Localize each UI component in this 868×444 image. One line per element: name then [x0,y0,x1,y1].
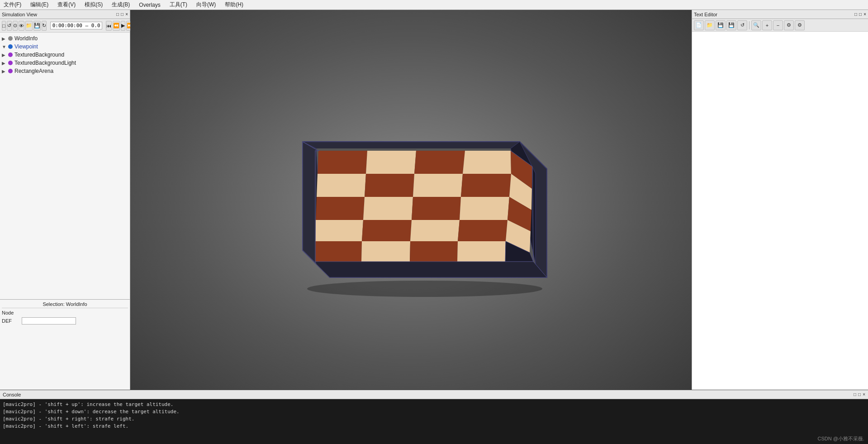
menu-simulate[interactable]: 模拟(S) [83,0,104,10]
menu-tools[interactable]: 工具(T) [168,0,189,10]
te-reload-btn[interactable]: ↺ [737,20,747,30]
toolbar: □ ↺ ⊙ 👁 📁 💾 ↻ ⏮ ⏪ ▶ ⏩ ⏭ ☰ ● 📷 ◀ [0,19,130,33]
menu-build[interactable]: 生成(B) [110,0,132,10]
tree-arrow-texturedbg: ▶ [2,53,8,57]
svg-marker-22 [410,220,460,241]
tree-dot-texturedbglight [8,61,13,65]
console-line-4: [mavic2pro] - 'shift + left': strafe lef… [3,423,865,430]
console-title: Console [3,392,854,397]
console-close-btn[interactable]: × [863,392,865,397]
chessboard-container [257,115,565,305]
svg-marker-21 [362,220,412,241]
console-header: Console □ □ × [0,390,868,399]
svg-marker-27 [410,241,458,262]
svg-marker-7 [414,151,465,174]
svg-marker-23 [458,220,508,241]
svg-marker-6 [366,151,416,174]
te-close-btn[interactable]: × [863,12,866,17]
tree-item-texturedbglight[interactable]: ▶ TexturedBackgroundLight [2,59,128,67]
menu-file[interactable]: 文件(F) [2,0,23,10]
main-container: Simulation View □ □ × □ ↺ ⊙ 👁 📁 💾 ↻ [0,10,868,444]
text-editor-controls: □ □ × [854,12,866,17]
tree-label-rectarena: RectangleArena [14,68,53,74]
text-editor-body[interactable] [692,32,868,390]
te-save-btn[interactable]: 💾 [716,20,726,30]
te-open-btn[interactable]: 📁 [705,20,715,30]
menu-wizard[interactable]: 向导(W) [194,0,218,10]
toolbar-stepback-btn[interactable]: ⏪ [113,21,120,31]
svg-marker-5 [318,151,367,174]
menu-edit[interactable]: 编辑(E) [28,0,50,10]
tree-arrow-rectarena: ▶ [2,69,8,74]
tree-item-viewpoint[interactable]: ▼ Viewpoint [2,43,128,51]
sim-view-controls: □ □ × [116,12,128,17]
text-editor-header: Text Editor □ □ × [692,10,868,19]
tree-label-texturedbg: TexturedBackground [14,52,64,58]
console-controls: □ □ × [854,392,865,397]
te-extra-btn[interactable]: ⚙ [795,20,805,30]
scene-tree: ▶ WorldInfo ▼ Viewpoint ▶ TexturedBackgr… [0,33,130,299]
svg-marker-10 [317,174,366,197]
toolbar-eye-btn[interactable]: ⊙ [13,21,18,31]
tree-item-worldinfo[interactable]: ▶ WorldInfo [2,34,128,43]
text-editor-toolbar: 📄 📁 💾 💾 ↺ 🔍 + − ⚙ ⚙ [692,19,868,32]
tree-label-viewpoint: Viewpoint [14,43,38,50]
toolbar-refresh-btn[interactable]: ↻ [42,21,47,31]
time-display[interactable] [50,22,102,29]
console-body: [mavic2pro] - 'shift + up': increase the… [0,399,868,444]
te-settings-btn[interactable]: ⚙ [784,20,794,30]
tree-item-texturedbg[interactable]: ▶ TexturedBackground [2,51,128,59]
menu-bar: 文件(F) 编辑(E) 查看(V) 模拟(S) 生成(B) Overlays 工… [0,0,868,10]
top-section: Simulation View □ □ × □ ↺ ⊙ 👁 📁 💾 ↻ [0,10,868,390]
te-maximize-btn[interactable]: □ [859,12,862,17]
left-panel: Simulation View □ □ × □ ↺ ⊙ 👁 📁 💾 ↻ [0,10,130,390]
console-line-3: [mavic2pro] - 'shift + right': strafe ri… [3,415,865,423]
te-new-btn[interactable]: 📄 [694,20,704,30]
te-find-btn[interactable]: 🔍 [751,20,761,30]
svg-marker-28 [457,241,506,262]
svg-marker-26 [361,241,410,262]
console-line-2: [mavic2pro] - 'shift + down': decrease t… [3,408,865,415]
toolbar-open-btn[interactable]: 📁 [25,21,33,31]
svg-marker-11 [365,174,414,197]
console-maximize-btn[interactable]: □ [858,392,861,397]
menu-overlays[interactable]: Overlays [137,1,162,9]
svg-marker-16 [363,197,413,220]
node-row: Node [2,310,128,315]
te-sep-1 [749,21,749,29]
svg-marker-25 [315,241,362,262]
te-saveas-btn[interactable]: 💾 [726,20,736,30]
menu-view[interactable]: 查看(V) [56,0,77,10]
toolbar-play-btn[interactable]: ▶ [121,21,125,31]
chess-scene-svg [257,115,565,305]
def-input[interactable] [22,317,76,325]
sim-view-header: Simulation View □ □ × [0,10,130,19]
sim-minimize-btn[interactable]: □ [116,12,119,17]
menu-help[interactable]: 帮助(H) [223,0,245,10]
tree-arrow-texturedbglight: ▶ [2,61,8,66]
svg-marker-18 [460,197,509,220]
svg-marker-13 [461,174,511,197]
svg-marker-20 [315,220,363,241]
toolbar-save-btn[interactable]: 💾 [33,21,41,31]
te-minimize-btn[interactable]: □ [854,12,857,17]
node-label: Node [2,310,20,315]
toolbar-view-btn[interactable]: 👁 [19,21,24,31]
toolbar-reset-btn[interactable]: □ [2,21,6,31]
text-editor-title: Text Editor [694,12,854,17]
toolbar-undo-btn[interactable]: ↺ [7,21,12,31]
te-zoomin-btn[interactable]: + [762,20,772,30]
tree-dot-rectarena [8,69,13,73]
sim-close-btn[interactable]: × [125,12,128,17]
svg-marker-8 [463,151,511,174]
toolbar-rewind-btn[interactable]: ⏮ [106,21,112,31]
te-zoomout-btn[interactable]: − [773,20,783,30]
console-minimize-btn[interactable]: □ [854,392,856,397]
tree-item-rectarena[interactable]: ▶ RectangleArena [2,67,128,75]
sim-maximize-btn[interactable]: □ [121,12,123,17]
tree-arrow-viewpoint: ▼ [2,44,8,49]
tree-label-texturedbglight: TexturedBackgroundLight [14,60,76,66]
tree-dot-texturedbg [8,53,13,57]
viewport[interactable] [130,10,692,390]
sim-view-title: Simulation View [2,12,116,17]
